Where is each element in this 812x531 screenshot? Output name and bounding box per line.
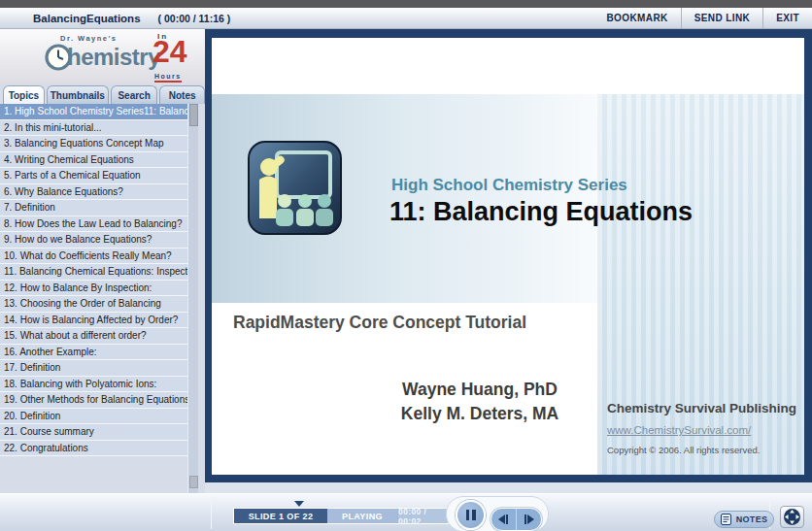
topic-item[interactable]: 6. Why Balance Equations? [0,184,187,201]
topic-item[interactable]: 14. How is Balancing Affected by Order? [0,313,187,329]
slide-bottom-filler [205,482,812,493]
pause-button[interactable] [456,500,486,530]
logo-prefix: Dr. Wayne's [60,34,117,43]
presentation-title: BalancingEquations [33,13,141,24]
slide-frame: High School Chemistry Series 11: Balanci… [205,29,812,482]
prev-next-control [491,508,542,531]
tab-topics[interactable]: Topics [3,85,45,104]
logo-area: Dr. Wayne's hemistry In 24 Hours [0,29,205,84]
slide-counter: SLIDE 1 OF 22 [234,509,327,523]
previous-icon [498,514,505,524]
sidebar-tabs: Topics Thumbnails Search Notes [0,84,205,104]
scrollbar-down-button[interactable] [189,476,198,488]
send-link-button[interactable]: SEND LINK [681,8,763,28]
next-slide-button[interactable] [516,509,541,530]
topic-item[interactable]: 20. Definition [0,409,187,425]
topic-item[interactable]: 22. Congratulations [0,441,187,457]
exit-button[interactable]: EXIT [762,8,812,28]
tab-search[interactable]: Search [111,85,158,104]
playback-status: PLAYING [327,509,397,523]
publisher-name: Chemistry Survival Publishing [607,401,801,415]
sidebar: Dr. Wayne's hemistry In 24 Hours Topics … [0,29,205,493]
main-area: High School Chemistry Series 11: Balanci… [205,29,812,493]
previous-slide-button[interactable] [491,509,516,530]
classroom-icon [248,141,342,235]
playbar-divider-left [211,496,212,529]
publisher-block: Chemistry Survival Publishing www.Chemis… [607,401,801,455]
transport-controls [446,496,549,531]
publisher-link[interactable]: www.ChemistrySurvival.com/ [607,424,751,436]
total-time-indicator: ( 00:00 / 11:16 ) [158,13,231,24]
topic-list-scrollbar[interactable] [187,104,198,493]
content-row: Dr. Wayne's hemistry In 24 Hours Topics … [0,29,812,493]
topic-item[interactable]: 15. What about a different order? [0,328,187,345]
fullscreen-button[interactable] [780,506,804,528]
presentation-player-window: BalancingEquations ( 00:00 / 11:16 ) BOO… [0,0,812,531]
notes-button[interactable]: NOTES [714,511,774,528]
topic-item[interactable]: 9. How do we Balance Equations? [0,232,187,249]
topic-item[interactable]: 10. What do Coefficients Really Mean? [0,249,187,265]
author-1: Wayne Huang, PhD [377,378,583,402]
logo-hours: Hours [154,73,182,83]
pause-icon [466,510,470,520]
author-2: Kelly M. Deters, MA [377,402,583,426]
topic-item[interactable]: 19. Other Methods for Balancing Equation… [0,392,187,409]
copyright-text: Copyright © 2006. All rights reserved. [607,445,801,455]
next-icon [527,514,534,524]
chemistry-logo: hemistry [45,44,160,71]
topic-item[interactable]: 18. Balancing with Polyatomic Ions: [0,377,187,393]
window-top-strip [0,0,812,8]
slide-main-title: 11: Balancing Equations [389,197,693,227]
topic-item[interactable]: 3. Balancing Equations Concept Map [0,136,187,152]
progress-bar[interactable]: SLIDE 1 OF 22 PLAYING 00:00 / 00:02 [233,508,449,524]
topic-item[interactable]: 21. Course summary [0,424,187,441]
notes-icon [721,514,731,525]
topic-item[interactable]: 16. Another Example: [0,345,187,361]
authors-block: Wayne Huang, PhD Kelly M. Deters, MA [377,378,583,426]
topic-item[interactable]: 4. Writing Chemical Equations [0,152,187,169]
tab-thumbnails[interactable]: Thumbnails [47,85,109,104]
playback-bar: SLIDE 1 OF 22 PLAYING 00:00 / 00:02 [0,493,812,531]
topic-list: 1. High School Chemistry Series11: Balan… [0,104,187,456]
topic-item[interactable]: 1. High School Chemistry Series11: Balan… [0,104,187,120]
topic-item[interactable]: 12. How to Balance By Inspection: [0,281,187,297]
slide-time: 00:00 / 00:02 [397,509,448,523]
topic-item[interactable]: 2. In this mini-tutorial... [0,120,187,137]
title-bar-menu: BOOKMARK SEND LINK EXIT [593,8,812,28]
scrollbar-thumb[interactable] [189,104,198,126]
series-title: High School Chemistry Series [391,176,627,195]
notes-label: NOTES [736,514,768,524]
logo-24: 24 [152,36,187,67]
topic-item[interactable]: 13. Choosing the Order of Balancing [0,296,187,313]
fullscreen-icon [783,508,801,526]
slide: High School Chemistry Series 11: Balanci… [212,38,804,475]
tab-notes[interactable]: Notes [159,85,205,104]
progress-marker-icon[interactable] [294,501,304,507]
topic-item[interactable]: 11. Balancing Chemical Equations: Inspec… [0,264,187,281]
topic-item[interactable]: 17. Definition [0,360,187,377]
logo-word: hemistry [67,44,160,71]
bookmark-button[interactable]: BOOKMARK [593,8,680,28]
topic-item[interactable]: 7. Definition [0,200,187,216]
topic-item[interactable]: 5. Parts of a Chemical Equation [0,168,187,184]
topic-item[interactable]: 8. How Does the Law Lead to Balancing? [0,216,187,233]
tutorial-subtitle: RapidMastery Core Concept Tutorial [233,313,526,333]
title-bar: BalancingEquations ( 00:00 / 11:16 ) BOO… [0,8,812,29]
